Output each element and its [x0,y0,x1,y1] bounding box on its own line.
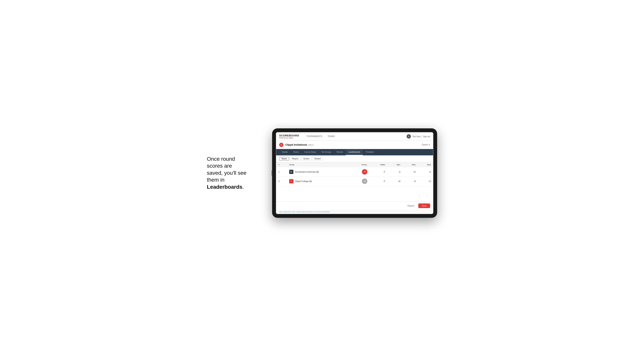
empty-space [276,186,433,201]
rd1-cell: -4 [388,167,402,177]
tablet-screen: SCOREBOARD Powered by clippd TOURNAMENTS… [276,132,433,214]
logo-subtitle: Powered by clippd [279,137,299,139]
filter-scores-button[interactable]: Scores [301,157,312,161]
nav-items: TOURNAMENTS TEAMS [304,132,338,141]
team-cell-inner: SU Scoreboard University [A] [289,170,348,174]
thru-cell: F [370,167,388,177]
total-cell: -5 [350,167,370,177]
tab-teams[interactable]: Teams [290,149,302,155]
tab-leaderboards[interactable]: Leaderboards [346,149,363,155]
table-row: 2 C Clippd College [A] +3 F [276,176,433,186]
sign-out-link[interactable]: Sign out [423,136,430,138]
leaderboard-content: # TEAM TOTAL THRU RD1 RD2 RD3 1 [276,162,433,186]
filter-players-button[interactable]: Players [290,157,300,161]
filter-bar: Teams Players Scores Strokes [276,155,433,162]
tab-printables[interactable]: Printables [363,149,377,155]
team-name: Clippd College [A] [295,180,312,182]
thru-cell: F [370,176,388,186]
team-cell-inner: C Clippd College [A] [289,179,348,183]
tab-results[interactable]: Results [334,149,346,155]
rd3-cell: +3 [418,176,433,186]
sub-navigation: Details Teams Course Setup Tee Groups Re… [276,149,433,155]
url-bar: https://stage-blue-coach.stagescoreboard… [276,210,433,214]
app-footer: Cancel Save [276,201,433,210]
col-total: TOTAL [350,162,370,167]
rd2-cell: +5 [402,167,418,177]
leaderboard-table: # TEAM TOTAL THRU RD1 RD2 RD3 1 [276,162,433,186]
col-thru: THRU [370,162,388,167]
user-name: Test User | [412,136,422,138]
tab-tee-groups[interactable]: Tee Groups [318,149,334,155]
rd2-cell: -8 [402,176,418,186]
team-cell: SU Scoreboard University [A] [287,167,350,177]
table-header-row: # TEAM TOTAL THRU RD1 RD2 RD3 [276,162,433,167]
table-row: 1 SU Scoreboard University [A] -5 F [276,167,433,177]
rank-cell: 1 [276,167,287,177]
top-navigation: SCOREBOARD Powered by clippd TOURNAMENTS… [276,132,433,141]
total-cell: +3 [350,176,370,186]
score-badge: +3 [362,178,367,184]
rd3-cell: -6 [418,167,433,177]
filter-teams-button[interactable]: Teams [279,157,289,161]
footer-cancel-button[interactable]: Cancel [405,204,416,208]
tournament-cancel-button[interactable]: Cancel ✕ [422,144,430,146]
tablet-side-button [272,170,273,176]
tournament-header: C Clippd Invitational (Men) Cancel ✕ [276,141,433,149]
col-rank: # [276,162,287,167]
rank-cell: 2 [276,176,287,186]
tournament-title: Clippd Invitational [285,143,307,146]
tab-details[interactable]: Details [279,149,290,155]
tab-course-setup[interactable]: Course Setup [302,149,318,155]
nav-item-teams[interactable]: TEAMS [325,132,337,141]
nav-right: S Test User | Sign out [407,134,430,139]
logo-title: SCOREBOARD [279,134,299,137]
rd1-cell: +8 [388,176,402,186]
team-name: Scoreboard University [A] [295,171,319,173]
col-rd2: RD2 [402,162,418,167]
left-description: Once round scores are saved, you'll see … [207,156,260,190]
col-team: TEAM [287,162,350,167]
nav-item-tournaments[interactable]: TOURNAMENTS [304,132,325,141]
score-badge: -5 [362,169,367,174]
footer-save-button[interactable]: Save [418,203,430,208]
tournament-icon: C [279,143,284,147]
tablet-device: SCOREBOARD Powered by clippd TOURNAMENTS… [272,128,437,218]
col-rd1: RD1 [388,162,402,167]
col-rd3: RD3 [418,162,433,167]
page-wrapper: Once round scores are saved, you'll see … [207,128,437,218]
filter-strokes-button[interactable]: Strokes [312,157,323,161]
tournament-subtitle: (Men) [308,144,314,146]
team-cell: C Clippd College [A] [287,176,350,186]
logo-area: SCOREBOARD Powered by clippd [279,134,299,139]
user-avatar: S [407,134,411,139]
team-logo: C [289,179,294,183]
team-logo: SU [289,170,294,174]
